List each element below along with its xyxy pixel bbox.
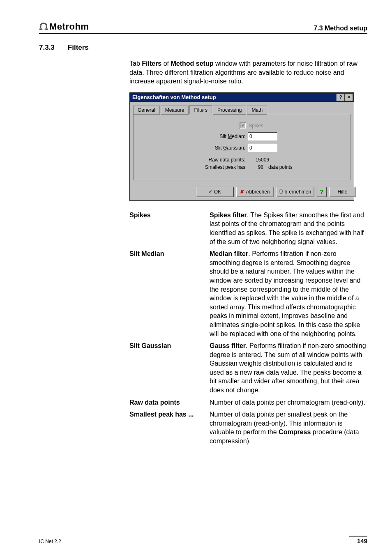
def-term: Slit Gaussian — [129, 340, 210, 396]
definition-row: Raw data points Number of data points pe… — [129, 396, 367, 409]
def-desc: Median filter. Performs filtration if no… — [210, 248, 367, 340]
definitions-table: Spikes Spikes filter. The Spikes filter … — [129, 209, 367, 447]
spikes-checkbox[interactable]: ✔ — [240, 122, 246, 129]
def-desc: Gauss filter. Performs filtration if non… — [210, 340, 367, 396]
footer-product: IC Net 2.2 — [39, 539, 61, 544]
raw-points-label: Raw data points: — [138, 157, 245, 163]
def-term: Slit Median — [129, 248, 210, 340]
dialog-title: Eigenschaften von Method setup — [132, 94, 216, 100]
tab-panel: ✔ Spikes Slit Median: Slit Gaussian: Raw… — [133, 114, 350, 180]
def-term: Smallest peak has ... — [129, 408, 210, 447]
dialog-titlebar: Eigenschaften von Method setup ? × — [130, 93, 354, 102]
section-title: Filters — [68, 44, 89, 51]
smallest-peak-label: Smallest peak has — [138, 164, 245, 170]
smallest-peak-suffix: data points — [268, 164, 293, 170]
def-term: Raw data points — [129, 396, 210, 409]
tab-filters[interactable]: Filters — [189, 105, 212, 114]
spikes-label: Spikes — [249, 123, 263, 129]
question-icon: ? — [320, 189, 323, 195]
brand-name: Metrohm — [49, 21, 89, 32]
definition-row: Slit Gaussian Gauss filter. Performs fil… — [129, 340, 367, 396]
def-desc: Spikes filter. The Spikes filter smoothe… — [210, 209, 367, 248]
definition-row: Spikes Spikes filter. The Spikes filter … — [129, 209, 367, 248]
tab-measure[interactable]: Measure — [161, 106, 189, 115]
titlebar-help-button[interactable]: ? — [337, 94, 345, 101]
help-button[interactable]: Hilfe — [329, 187, 356, 197]
page-number: 149 — [349, 536, 367, 544]
slit-gaussian-input[interactable] — [248, 144, 277, 152]
def-term: Spikes — [129, 209, 210, 248]
section-number: 7.3.3 — [39, 44, 55, 51]
titlebar-close-button[interactable]: × — [345, 94, 353, 101]
method-setup-dialog: Eigenschaften von Method setup ? × Gener… — [129, 92, 354, 201]
tab-math[interactable]: Math — [247, 106, 267, 115]
checkmark-icon: ✔ — [208, 189, 212, 195]
def-desc: Number of data points per chromatogram (… — [210, 396, 367, 409]
omega-icon — [39, 22, 48, 31]
cancel-button[interactable]: ✘Abbrechen — [236, 187, 274, 197]
dialog-button-row: ✔OK ✘Abbrechen Übernehmen ? Hilfe — [130, 184, 354, 200]
tab-general[interactable]: General — [133, 106, 160, 115]
def-desc: Number of data points per smallest peak … — [210, 408, 367, 447]
smallest-peak-value: 98 — [250, 164, 263, 170]
page-footer: IC Net 2.2 149 — [39, 536, 367, 544]
page-header: Metrohm 7.3 Method setup — [39, 21, 367, 34]
slit-median-label: Slit Median: — [138, 134, 245, 139]
help-icon-button[interactable]: ? — [317, 187, 327, 197]
x-icon: ✘ — [240, 189, 244, 195]
apply-button[interactable]: Übernehmen — [277, 187, 314, 197]
raw-points-value: 15006 — [250, 157, 269, 163]
brand-logo: Metrohm — [39, 21, 89, 32]
tabstrip: General Measure Filters Processing Math — [133, 105, 350, 114]
slit-gaussian-label: Slit Gaussian: — [138, 145, 245, 151]
section-heading: 7.3.3Filters — [39, 44, 367, 52]
tab-processing[interactable]: Processing — [213, 106, 246, 115]
definition-row: Slit Median Median filter. Performs filt… — [129, 248, 367, 340]
breadcrumb: 7.3 Method setup — [314, 25, 367, 32]
ok-button[interactable]: ✔OK — [196, 187, 234, 197]
definition-row: Smallest peak has ... Number of data poi… — [129, 408, 367, 447]
slit-median-input[interactable] — [248, 132, 277, 140]
intro-paragraph: Tab Filters of Method setup window with … — [129, 59, 367, 86]
